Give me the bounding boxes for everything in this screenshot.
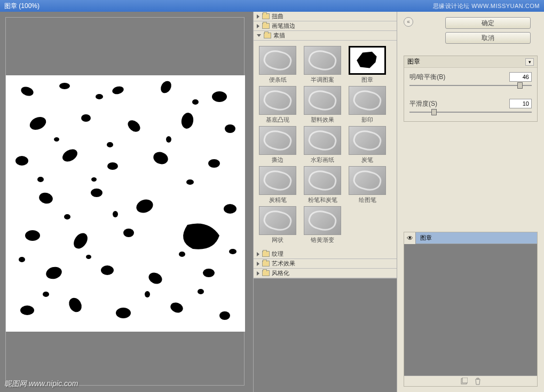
filter-thumb[interactable]: 水彩画纸 <box>304 126 341 164</box>
cancel-button[interactable]: 取消 <box>445 32 531 44</box>
smoothness-input[interactable] <box>509 99 532 108</box>
thumb-label: 图章 <box>349 76 386 84</box>
effect-layer-row[interactable]: 👁 图章 <box>404 232 537 244</box>
thumb-label: 便条纸 <box>259 76 296 84</box>
category-brushstrokes[interactable]: 画笔描边 <box>254 21 397 31</box>
thumb-preview <box>304 166 341 195</box>
param-label: 平滑度(S) <box>409 99 437 108</box>
thumb-preview <box>304 86 341 115</box>
param-smoothness: 平滑度(S) <box>404 95 537 121</box>
svg-point-27 <box>20 305 34 315</box>
thumb-label: 塑料效果 <box>304 116 341 124</box>
titlebar: 图章 (100%) 思缘设计论坛 WWW.MISSYUAN.COM <box>0 0 544 12</box>
category-distort[interactable]: 扭曲 <box>254 12 397 21</box>
arrow-icon <box>257 262 259 266</box>
light-dark-balance-input[interactable] <box>509 72 532 82</box>
thumb-label: 粉笔和炭笔 <box>304 196 341 204</box>
svg-point-17 <box>91 189 103 197</box>
filter-thumb[interactable]: 基底凸现 <box>259 86 296 124</box>
thumb-preview <box>259 46 296 75</box>
filter-thumb[interactable]: 炭精笔 <box>259 166 296 204</box>
category-artistic[interactable]: 艺术效果 <box>254 259 397 269</box>
svg-point-43 <box>86 255 91 259</box>
filter-thumb[interactable]: 塑料效果 <box>304 86 341 124</box>
parameters-panel: 图章 ▾ 明/暗平衡(B) 平滑度(S) <box>404 56 538 122</box>
filter-thumb[interactable]: 粉笔和炭笔 <box>304 166 341 204</box>
visibility-eye-icon[interactable]: 👁 <box>404 232 416 244</box>
svg-point-47 <box>145 291 150 297</box>
svg-point-26 <box>203 269 215 277</box>
filter-thumb[interactable]: 半调图案 <box>304 46 341 84</box>
watermark-bottom-left: 昵图网 www.nipic.com <box>4 379 78 389</box>
svg-point-5 <box>212 91 227 102</box>
svg-point-41 <box>113 211 118 217</box>
svg-point-42 <box>19 257 25 262</box>
svg-point-44 <box>179 252 185 257</box>
thumb-label: 炭精笔 <box>259 196 296 204</box>
svg-point-19 <box>25 230 40 241</box>
arrow-icon <box>257 252 259 256</box>
svg-point-35 <box>107 142 113 147</box>
svg-rect-0 <box>6 75 245 332</box>
filter-thumb[interactable]: 网状 <box>259 206 296 244</box>
param-light-dark-balance: 明/暗平衡(B) <box>404 68 537 95</box>
svg-point-7 <box>81 114 91 122</box>
folder-icon <box>262 251 270 257</box>
svg-point-46 <box>43 292 49 297</box>
thumb-label: 基底凸现 <box>259 116 296 124</box>
layer-footer <box>404 375 537 386</box>
thumb-label: 水彩画纸 <box>304 156 341 164</box>
category-stylize[interactable]: 风格化 <box>254 269 397 278</box>
svg-point-24 <box>101 265 114 275</box>
slider-track[interactable] <box>409 85 532 86</box>
arrow-down-icon <box>257 34 261 37</box>
category-texture[interactable]: 纹理 <box>254 249 397 259</box>
preview-pane: 昵图网 www.nipic.com <box>0 12 253 392</box>
filter-thumb[interactable]: 撕边 <box>259 126 296 164</box>
svg-point-29 <box>116 308 131 318</box>
chevron-down-icon[interactable]: ▾ <box>525 58 534 66</box>
controls-pane: « 确定 取消 图章 ▾ 明/暗平衡(B) <box>397 12 544 392</box>
filter-name-dropdown-label: 图章 <box>407 57 420 66</box>
filter-thumb[interactable]: 图章 <box>349 46 386 84</box>
new-layer-icon[interactable] <box>460 378 468 385</box>
thumb-preview <box>259 126 296 155</box>
thumb-preview <box>304 126 341 155</box>
category-label: 画笔描边 <box>272 22 295 30</box>
arrow-icon <box>257 14 259 19</box>
param-label: 明/暗平衡(B) <box>409 73 445 82</box>
svg-point-2 <box>59 83 70 89</box>
filter-thumb[interactable]: 便条纸 <box>259 46 296 84</box>
svg-point-22 <box>224 204 236 214</box>
thumb-label: 绘图笔 <box>349 196 386 204</box>
preview-canvas[interactable] <box>5 17 245 386</box>
ok-button[interactable]: 确定 <box>445 17 531 29</box>
filter-thumb[interactable]: 铬黄渐变 <box>304 206 341 244</box>
lower-preview-area <box>254 278 397 392</box>
category-label: 风格化 <box>272 269 289 277</box>
folder-icon <box>262 261 270 266</box>
svg-rect-50 <box>462 378 468 383</box>
filter-thumb[interactable]: 影印 <box>349 86 386 124</box>
svg-point-13 <box>107 162 118 170</box>
preview-image <box>6 75 245 332</box>
trash-icon[interactable] <box>474 378 482 385</box>
svg-point-40 <box>64 214 70 219</box>
stamp-pattern <box>6 75 245 332</box>
slider-thumb[interactable] <box>517 82 523 89</box>
effect-layers-panel: 👁 图章 <box>404 232 538 387</box>
slider-thumb[interactable] <box>431 109 437 115</box>
filter-thumb[interactable]: 炭笔 <box>349 126 386 164</box>
filter-gallery-pane: 扭曲 画笔描边 素描 便条纸半调图案图章基底凸现塑料效果影印撕边水彩画纸炭笔炭精… <box>253 12 397 392</box>
slider-track[interactable] <box>409 112 532 113</box>
layer-preview-area <box>404 244 537 375</box>
thumb-label: 网状 <box>259 236 296 244</box>
filter-thumb[interactable]: 绘图笔 <box>349 166 386 204</box>
category-sketch[interactable]: 素描 <box>254 31 397 41</box>
svg-point-31 <box>219 311 230 320</box>
svg-point-45 <box>229 249 236 254</box>
category-label: 艺术效果 <box>272 260 295 268</box>
svg-point-37 <box>37 177 44 182</box>
thumb-preview <box>304 206 341 235</box>
collapse-icon[interactable]: « <box>404 17 413 27</box>
